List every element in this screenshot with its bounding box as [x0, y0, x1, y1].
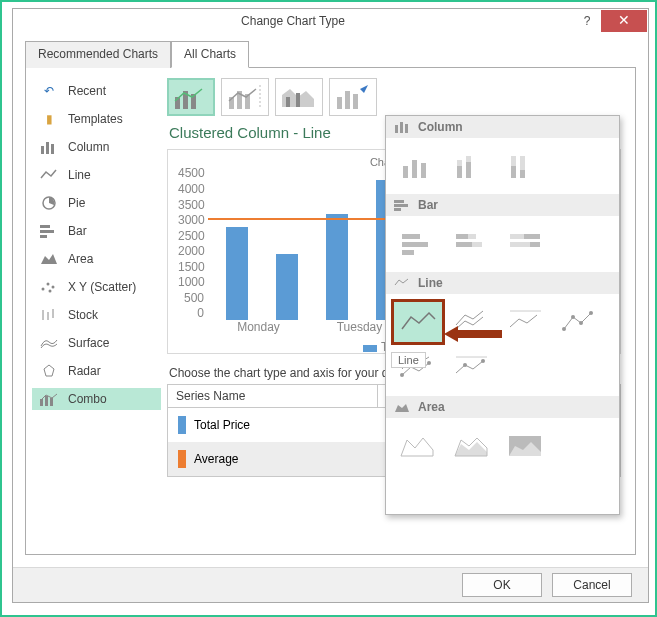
- svg-rect-33: [400, 122, 403, 133]
- sidebar-item-line[interactable]: Line: [32, 164, 161, 186]
- dd-column-clustered[interactable]: [394, 146, 442, 186]
- svg-rect-2: [51, 144, 54, 154]
- sidebar-item-surface[interactable]: Surface: [32, 332, 161, 354]
- svg-rect-46: [394, 200, 404, 203]
- window-title: Change Chart Type: [13, 14, 573, 28]
- svg-rect-51: [402, 250, 414, 255]
- dd-section-column: Column: [386, 116, 619, 138]
- change-chart-type-dialog: Change Chart Type ? ✕ Recommended Charts…: [12, 8, 649, 603]
- svg-rect-30: [345, 91, 350, 109]
- subtype-clustered-column-line-secondary[interactable]: [221, 78, 269, 116]
- stock-icon: [38, 307, 60, 323]
- combo-icon: [38, 391, 60, 407]
- svg-point-10: [52, 286, 55, 289]
- svg-rect-1: [46, 142, 49, 154]
- svg-rect-53: [468, 234, 476, 239]
- cancel-button[interactable]: Cancel: [552, 573, 632, 597]
- svg-rect-31: [353, 94, 358, 109]
- radar-icon: [38, 363, 60, 379]
- svg-rect-49: [402, 234, 420, 239]
- svg-rect-59: [510, 242, 530, 247]
- svg-rect-36: [412, 160, 417, 178]
- svg-rect-52: [456, 234, 468, 239]
- sidebar-item-column[interactable]: Column: [32, 136, 161, 158]
- svg-rect-45: [520, 156, 525, 170]
- dd-bar-clustered[interactable]: [394, 224, 442, 264]
- dd-line-stacked100[interactable]: [502, 302, 550, 342]
- sidebar-item-stock[interactable]: Stock: [32, 304, 161, 326]
- sidebar-item-combo[interactable]: Combo: [32, 388, 161, 410]
- subtype-custom[interactable]: [329, 78, 377, 116]
- svg-rect-37: [421, 163, 426, 178]
- scatter-icon: [38, 279, 60, 295]
- dd-area[interactable]: [394, 426, 442, 466]
- dd-section-line: Line: [386, 272, 619, 294]
- svg-marker-15: [44, 365, 54, 376]
- help-button[interactable]: ?: [573, 14, 601, 28]
- bar: [326, 214, 348, 321]
- bar: [226, 227, 248, 320]
- svg-marker-71: [401, 438, 433, 456]
- sidebar-item-recent[interactable]: ↶Recent: [32, 80, 161, 102]
- dd-bar-stacked100[interactable]: [502, 224, 550, 264]
- col-series-name: Series Name: [168, 385, 378, 407]
- titlebar: Change Chart Type ? ✕: [13, 9, 648, 32]
- sidebar-item-pie[interactable]: Pie: [32, 192, 161, 214]
- bar-icon: [38, 223, 60, 239]
- svg-point-8: [42, 288, 45, 291]
- dd-line-stacked[interactable]: [448, 302, 496, 342]
- dd-column-stacked100[interactable]: [502, 146, 550, 186]
- svg-rect-39: [457, 160, 462, 166]
- svg-rect-4: [40, 225, 50, 228]
- svg-rect-0: [41, 146, 44, 154]
- svg-rect-41: [466, 156, 471, 162]
- svg-rect-38: [457, 166, 462, 178]
- svg-rect-32: [395, 125, 398, 133]
- dialog-footer: OK Cancel: [13, 567, 648, 602]
- tab-all-charts[interactable]: All Charts: [171, 41, 249, 68]
- svg-marker-7: [41, 254, 57, 264]
- svg-point-11: [49, 290, 52, 293]
- svg-rect-18: [50, 398, 53, 406]
- sidebar-item-radar[interactable]: Radar: [32, 360, 161, 382]
- dd-section-bar: Bar: [386, 194, 619, 216]
- subtype-clustered-column-line[interactable]: [167, 78, 215, 116]
- svg-rect-6: [40, 235, 47, 238]
- svg-point-63: [579, 321, 583, 325]
- close-button[interactable]: ✕: [601, 10, 647, 32]
- chart-type-dropdown-panel: Column Bar Line Area: [385, 115, 620, 515]
- combo-subtype-row: [167, 78, 621, 116]
- svg-rect-43: [511, 156, 516, 166]
- svg-point-9: [47, 283, 50, 286]
- svg-point-66: [427, 361, 431, 365]
- dd-bar-stacked[interactable]: [448, 224, 496, 264]
- sidebar-item-templates[interactable]: ▮Templates: [32, 108, 161, 130]
- line-icon: [38, 167, 60, 183]
- svg-rect-40: [466, 162, 471, 178]
- area-icon: [38, 251, 60, 267]
- svg-point-67: [463, 363, 467, 367]
- svg-point-62: [571, 315, 575, 319]
- dd-column-stacked[interactable]: [448, 146, 496, 186]
- svg-rect-27: [286, 97, 290, 107]
- svg-point-65: [400, 373, 404, 377]
- tab-strip: Recommended Charts All Charts: [25, 40, 636, 68]
- svg-point-64: [589, 311, 593, 315]
- dd-line[interactable]: [394, 302, 442, 342]
- ok-button[interactable]: OK: [462, 573, 542, 597]
- sidebar-item-scatter[interactable]: X Y (Scatter): [32, 276, 161, 298]
- dd-area-stacked100[interactable]: [502, 426, 550, 466]
- svg-point-61: [562, 327, 566, 331]
- sidebar-item-area[interactable]: Area: [32, 248, 161, 270]
- category-sidebar: ↶Recent ▮Templates Column Line Pie Bar A…: [26, 68, 161, 554]
- pie-icon: [38, 195, 60, 211]
- dd-area-stacked[interactable]: [448, 426, 496, 466]
- dd-line-stacked100-markers[interactable]: [448, 348, 496, 388]
- sidebar-item-bar[interactable]: Bar: [32, 220, 161, 242]
- dd-tooltip: Line: [391, 352, 426, 368]
- tab-recommended-charts[interactable]: Recommended Charts: [25, 41, 171, 68]
- svg-rect-54: [456, 242, 472, 247]
- subtype-stacked-area-column[interactable]: [275, 78, 323, 116]
- svg-rect-55: [472, 242, 482, 247]
- dd-line-markers[interactable]: [556, 302, 604, 342]
